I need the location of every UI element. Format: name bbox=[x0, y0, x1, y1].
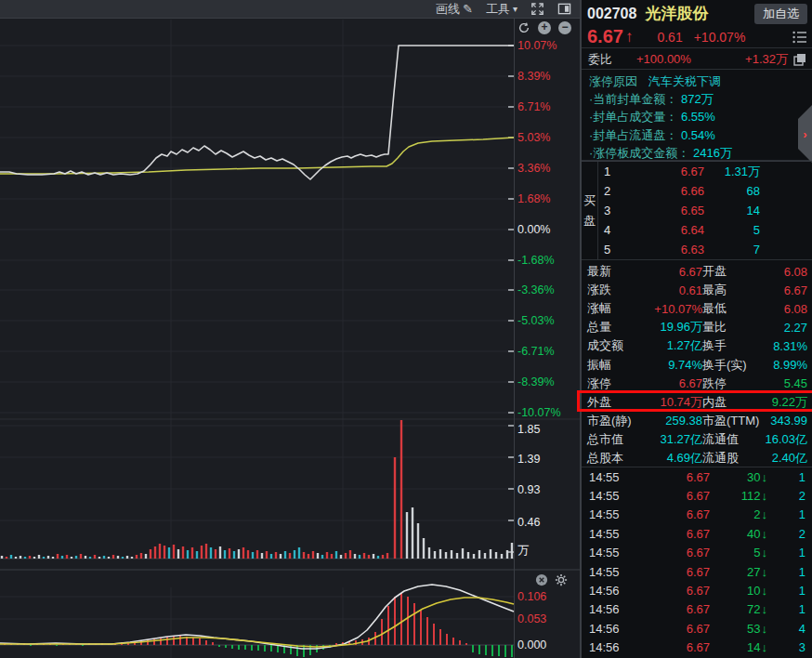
quote-panel: 002708 光洋股份 加自选 6.67 ↑ 0.61 +10.07% bbox=[581, 0, 812, 658]
stat-row: 总股本4.69亿流通股2.40亿 bbox=[582, 449, 812, 467]
chart-zoom-controls: + − bbox=[517, 21, 571, 34]
axis-label: 0.00% bbox=[517, 223, 550, 236]
indicator-controls bbox=[535, 573, 568, 586]
tick-row[interactable]: 14:556.675↓1 bbox=[582, 544, 812, 562]
weibi-label: 委比 bbox=[588, 51, 636, 68]
weibi-row: 委比 +100.00% +1.32万 bbox=[582, 49, 812, 70]
stock-trading-app: 画线 ✎ 工具 ▾ + − bbox=[0, 0, 812, 658]
stat-row-waipan-neipan: 外盘10.74万内盘9.22万 bbox=[582, 393, 812, 412]
axis-label: -5.03% bbox=[517, 314, 555, 327]
stat-row: 振幅9.74%换手(实)8.99% bbox=[582, 355, 812, 374]
axis-label: 0.053 bbox=[517, 612, 546, 625]
limit-item: ·封单占成交量： 6.55% bbox=[589, 108, 812, 125]
add-watchlist-button[interactable]: 加自选 bbox=[754, 4, 807, 24]
time-and-sales: 14:556.6730↓1 14:556.67112↓2 14:556.672↓… bbox=[582, 467, 812, 658]
stock-code: 002708 bbox=[587, 6, 636, 22]
close-indicator-icon[interactable] bbox=[535, 573, 548, 586]
tick-row[interactable]: 14:566.6714↓3 bbox=[582, 638, 812, 657]
price-up-arrow-icon: ↑ bbox=[625, 28, 634, 46]
intraday-chart[interactable] bbox=[0, 0, 581, 658]
stat-row: 涨跌0.61最高6.67 bbox=[582, 281, 812, 299]
buy-side-label: 买 盘 bbox=[582, 162, 598, 259]
axis-label: 1.39 bbox=[517, 453, 540, 466]
weibi-diff: +1.32万 bbox=[745, 51, 788, 68]
buy-order-row[interactable]: 26.6668 bbox=[598, 181, 812, 201]
stat-row: 市盈(静)259.38市盈(TTM)343.99 bbox=[582, 412, 812, 430]
chevron-right-icon: › bbox=[803, 127, 806, 141]
axis-label: 0.106 bbox=[517, 590, 546, 603]
limit-reason-link[interactable]: 汽车关税下调 bbox=[648, 74, 721, 88]
stat-row: 涨停6.67跌停5.45 bbox=[582, 375, 812, 393]
stat-row: 涨幅+10.07%最低6.08 bbox=[582, 299, 812, 318]
axis-label: 0.93 bbox=[517, 483, 540, 496]
axis-label: 8.39% bbox=[517, 70, 550, 83]
axis-label: 6.71% bbox=[517, 100, 550, 113]
refresh-icon[interactable] bbox=[517, 21, 530, 34]
axis-label: 0.46 bbox=[517, 516, 540, 529]
limit-item: ·涨停板成交金额： 2416万 bbox=[589, 144, 812, 162]
list-menu-icon[interactable] bbox=[792, 31, 807, 44]
axis-label: 0.000 bbox=[517, 638, 546, 651]
axis-label: 5.03% bbox=[517, 131, 550, 144]
stat-row: 成交额1.27亿换手8.31% bbox=[582, 336, 812, 355]
limit-item: ·当前封单金额： 872万 bbox=[589, 90, 812, 108]
stat-row: 总量19.96万量比2.27 bbox=[582, 318, 812, 336]
axis-label: -1.68% bbox=[517, 254, 555, 267]
buy-order-row[interactable]: 56.637 bbox=[598, 240, 812, 259]
tick-row[interactable]: 14:556.6727↓1 bbox=[582, 562, 812, 581]
axis-label: 3.36% bbox=[517, 162, 550, 175]
buy-orders: 买 盘 16.671.31万 26.6668 36.6514 46.645 56… bbox=[582, 161, 812, 260]
tick-row[interactable]: 14:556.6740↓2 bbox=[582, 524, 812, 543]
zoom-in-button[interactable]: + bbox=[538, 21, 551, 34]
tick-row[interactable]: 14:566.6772↓1 bbox=[582, 600, 812, 619]
tick-row[interactable]: 14:556.67112↓2 bbox=[582, 486, 812, 505]
tick-row[interactable]: 14:556.6730↓1 bbox=[582, 467, 812, 486]
chart-area: 画线 ✎ 工具 ▾ + − bbox=[0, 0, 581, 658]
axis-label: -10.07% bbox=[517, 406, 561, 419]
stock-name: 光洋股份 bbox=[645, 3, 708, 24]
axis-label: 万 bbox=[517, 543, 530, 559]
limit-reason-label: 涨停原因 bbox=[589, 74, 637, 88]
stat-row: 最新6.67开盘6.08 bbox=[582, 262, 812, 281]
axis-label: -3.36% bbox=[517, 283, 555, 296]
buy-order-row[interactable]: 36.6514 bbox=[598, 201, 812, 220]
axis-label: 1.68% bbox=[517, 192, 550, 205]
last-price: 6.67 bbox=[587, 26, 623, 47]
stat-row: 总市值31.27亿流通值16.03亿 bbox=[582, 430, 812, 449]
axis-label: -8.39% bbox=[517, 375, 555, 388]
tick-row[interactable]: 14:556.672↓1 bbox=[582, 506, 812, 524]
tick-row[interactable]: 14:566.6710↓1 bbox=[582, 581, 812, 599]
tick-row[interactable]: 14:566.6753↓4 bbox=[582, 619, 812, 638]
copy-icon[interactable] bbox=[793, 53, 806, 66]
limit-up-info: 涨停原因 汽车关税下调 ·当前封单金额： 872万 ·封单占成交量： 6.55%… bbox=[582, 71, 812, 161]
buy-order-row[interactable]: 46.645 bbox=[598, 220, 812, 240]
weibi-value: +100.00% bbox=[636, 52, 737, 66]
axis-label: 10.07% bbox=[517, 39, 557, 52]
price-change: 0.61 bbox=[657, 30, 682, 45]
axis-label: 1.85 bbox=[517, 423, 540, 436]
zoom-out-button[interactable]: − bbox=[558, 21, 571, 34]
price-change-percent: +10.07% bbox=[694, 30, 746, 45]
quote-header: 002708 光洋股份 加自选 6.67 ↑ 0.61 +10.07% bbox=[582, 0, 812, 48]
buy-order-row[interactable]: 16.671.31万 bbox=[598, 162, 812, 181]
gear-icon[interactable] bbox=[555, 573, 568, 586]
axis-label: -6.71% bbox=[517, 345, 555, 358]
stats-table: 最新6.67开盘6.08 涨跌0.61最高6.67 涨幅+10.07%最低6.0… bbox=[582, 261, 812, 467]
limit-item: ·封单占流通盘： 0.54% bbox=[589, 126, 812, 144]
